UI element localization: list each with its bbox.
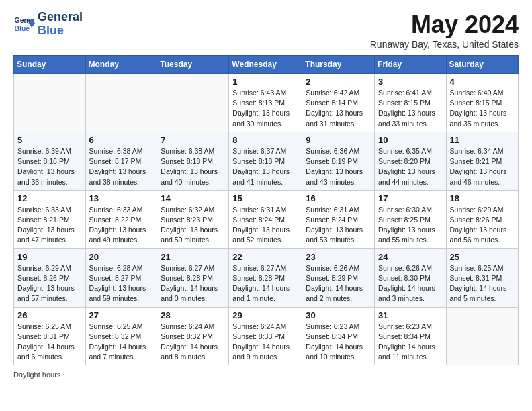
day-info: Sunrise: 6:36 AMSunset: 8:19 PMDaylight:… bbox=[306, 146, 371, 187]
day-info: Sunrise: 6:23 AMSunset: 8:34 PMDaylight:… bbox=[378, 322, 443, 363]
day-number: 31 bbox=[378, 310, 443, 320]
calendar-cell bbox=[157, 74, 229, 132]
day-number: 14 bbox=[161, 193, 225, 203]
day-number: 28 bbox=[161, 310, 225, 320]
weekday-monday: Monday bbox=[85, 56, 157, 74]
weekday-saturday: Saturday bbox=[446, 56, 518, 74]
day-info: Sunrise: 6:23 AMSunset: 8:34 PMDaylight:… bbox=[306, 322, 371, 363]
day-number: 10 bbox=[378, 135, 443, 145]
day-number: 24 bbox=[378, 252, 443, 262]
calendar-cell: 15Sunrise: 6:31 AMSunset: 8:24 PMDayligh… bbox=[229, 190, 302, 248]
day-number: 4 bbox=[450, 77, 515, 87]
day-info: Sunrise: 6:33 AMSunset: 8:22 PMDaylight:… bbox=[89, 205, 154, 246]
calendar-cell: 9Sunrise: 6:36 AMSunset: 8:19 PMDaylight… bbox=[302, 132, 375, 190]
day-number: 15 bbox=[232, 193, 298, 203]
calendar-cell: 10Sunrise: 6:35 AMSunset: 8:20 PMDayligh… bbox=[375, 132, 447, 190]
daylight-label: Daylight hours bbox=[13, 371, 60, 379]
calendar-cell: 28Sunrise: 6:24 AMSunset: 8:32 PMDayligh… bbox=[157, 307, 229, 365]
day-number: 8 bbox=[232, 135, 298, 145]
calendar-cell: 6Sunrise: 6:38 AMSunset: 8:17 PMDaylight… bbox=[85, 132, 157, 190]
day-number: 1 bbox=[232, 77, 298, 87]
day-info: Sunrise: 6:43 AMSunset: 8:13 PMDaylight:… bbox=[232, 88, 298, 129]
calendar-cell: 29Sunrise: 6:24 AMSunset: 8:33 PMDayligh… bbox=[229, 307, 302, 365]
calendar-table: SundayMondayTuesdayWednesdayThursdayFrid… bbox=[13, 55, 519, 365]
calendar-week-2: 5Sunrise: 6:39 AMSunset: 8:16 PMDaylight… bbox=[14, 132, 519, 190]
logo-text: General Blue bbox=[38, 11, 83, 38]
logo-icon: General Blue bbox=[13, 13, 35, 35]
day-number: 6 bbox=[89, 135, 154, 145]
month-title: May 2024 bbox=[370, 11, 519, 39]
calendar-cell: 21Sunrise: 6:27 AMSunset: 8:28 PMDayligh… bbox=[157, 248, 229, 307]
day-info: Sunrise: 6:25 AMSunset: 8:31 PMDaylight:… bbox=[450, 263, 515, 304]
calendar-week-1: 1Sunrise: 6:43 AMSunset: 8:13 PMDaylight… bbox=[14, 74, 519, 132]
day-info: Sunrise: 6:34 AMSunset: 8:21 PMDaylight:… bbox=[450, 146, 515, 187]
day-info: Sunrise: 6:26 AMSunset: 8:29 PMDaylight:… bbox=[306, 263, 371, 304]
calendar-cell: 12Sunrise: 6:33 AMSunset: 8:21 PMDayligh… bbox=[14, 190, 86, 248]
calendar-cell: 27Sunrise: 6:25 AMSunset: 8:32 PMDayligh… bbox=[85, 307, 157, 365]
calendar-cell: 24Sunrise: 6:26 AMSunset: 8:30 PMDayligh… bbox=[375, 248, 447, 307]
weekday-header-row: SundayMondayTuesdayWednesdayThursdayFrid… bbox=[14, 56, 519, 74]
day-info: Sunrise: 6:31 AMSunset: 8:24 PMDaylight:… bbox=[306, 205, 371, 246]
day-number: 13 bbox=[89, 193, 154, 203]
day-number: 27 bbox=[89, 310, 154, 320]
calendar-cell: 22Sunrise: 6:27 AMSunset: 8:28 PMDayligh… bbox=[229, 248, 302, 307]
day-info: Sunrise: 6:25 AMSunset: 8:32 PMDaylight:… bbox=[89, 322, 154, 363]
calendar-cell: 4Sunrise: 6:40 AMSunset: 8:15 PMDaylight… bbox=[446, 74, 518, 132]
day-number: 21 bbox=[161, 252, 225, 262]
calendar-cell: 25Sunrise: 6:25 AMSunset: 8:31 PMDayligh… bbox=[446, 248, 518, 307]
calendar-cell bbox=[446, 307, 518, 365]
day-number: 20 bbox=[89, 252, 154, 262]
weekday-wednesday: Wednesday bbox=[229, 56, 302, 74]
weekday-tuesday: Tuesday bbox=[157, 56, 229, 74]
calendar-cell: 14Sunrise: 6:32 AMSunset: 8:23 PMDayligh… bbox=[157, 190, 229, 248]
day-number: 19 bbox=[17, 252, 82, 262]
day-info: Sunrise: 6:27 AMSunset: 8:28 PMDaylight:… bbox=[161, 263, 225, 304]
calendar-week-5: 26Sunrise: 6:25 AMSunset: 8:31 PMDayligh… bbox=[14, 307, 519, 365]
day-info: Sunrise: 6:28 AMSunset: 8:27 PMDaylight:… bbox=[89, 263, 154, 304]
calendar-cell: 30Sunrise: 6:23 AMSunset: 8:34 PMDayligh… bbox=[302, 307, 375, 365]
day-number: 16 bbox=[306, 193, 371, 203]
footer: Daylight hours bbox=[13, 371, 519, 379]
day-number: 29 bbox=[232, 310, 298, 320]
calendar-cell: 17Sunrise: 6:30 AMSunset: 8:25 PMDayligh… bbox=[375, 190, 447, 248]
title-block: May 2024 Runaway Bay, Texas, United Stat… bbox=[370, 11, 519, 50]
day-info: Sunrise: 6:24 AMSunset: 8:33 PMDaylight:… bbox=[232, 322, 298, 363]
calendar-cell: 16Sunrise: 6:31 AMSunset: 8:24 PMDayligh… bbox=[302, 190, 375, 248]
calendar-week-3: 12Sunrise: 6:33 AMSunset: 8:21 PMDayligh… bbox=[14, 190, 519, 248]
calendar-cell bbox=[85, 74, 157, 132]
day-info: Sunrise: 6:39 AMSunset: 8:16 PMDaylight:… bbox=[17, 146, 82, 187]
day-number: 9 bbox=[306, 135, 371, 145]
day-info: Sunrise: 6:29 AMSunset: 8:26 PMDaylight:… bbox=[17, 263, 82, 304]
day-info: Sunrise: 6:32 AMSunset: 8:23 PMDaylight:… bbox=[161, 205, 225, 246]
day-number: 30 bbox=[306, 310, 371, 320]
calendar-cell: 19Sunrise: 6:29 AMSunset: 8:26 PMDayligh… bbox=[14, 248, 86, 307]
day-info: Sunrise: 6:33 AMSunset: 8:21 PMDaylight:… bbox=[17, 205, 82, 246]
calendar-cell: 20Sunrise: 6:28 AMSunset: 8:27 PMDayligh… bbox=[85, 248, 157, 307]
calendar-cell: 18Sunrise: 6:29 AMSunset: 8:26 PMDayligh… bbox=[446, 190, 518, 248]
logo-line2: Blue bbox=[38, 24, 83, 38]
calendar-cell: 13Sunrise: 6:33 AMSunset: 8:22 PMDayligh… bbox=[85, 190, 157, 248]
day-info: Sunrise: 6:42 AMSunset: 8:14 PMDaylight:… bbox=[306, 88, 371, 129]
calendar-cell: 7Sunrise: 6:38 AMSunset: 8:18 PMDaylight… bbox=[157, 132, 229, 190]
day-number: 26 bbox=[17, 310, 82, 320]
weekday-sunday: Sunday bbox=[14, 56, 86, 74]
day-number: 23 bbox=[306, 252, 371, 262]
day-number: 25 bbox=[450, 252, 515, 262]
day-info: Sunrise: 6:38 AMSunset: 8:17 PMDaylight:… bbox=[89, 146, 154, 187]
calendar-cell: 2Sunrise: 6:42 AMSunset: 8:14 PMDaylight… bbox=[302, 74, 375, 132]
svg-text:Blue: Blue bbox=[15, 24, 30, 32]
day-number: 17 bbox=[378, 193, 443, 203]
weekday-friday: Friday bbox=[375, 56, 447, 74]
day-info: Sunrise: 6:26 AMSunset: 8:30 PMDaylight:… bbox=[378, 263, 443, 304]
calendar-cell: 11Sunrise: 6:34 AMSunset: 8:21 PMDayligh… bbox=[446, 132, 518, 190]
location: Runaway Bay, Texas, United States bbox=[370, 39, 519, 50]
day-info: Sunrise: 6:41 AMSunset: 8:15 PMDaylight:… bbox=[378, 88, 443, 129]
day-info: Sunrise: 6:24 AMSunset: 8:32 PMDaylight:… bbox=[161, 322, 225, 363]
calendar-cell bbox=[14, 74, 86, 132]
day-info: Sunrise: 6:35 AMSunset: 8:20 PMDaylight:… bbox=[378, 146, 443, 187]
day-number: 12 bbox=[17, 193, 82, 203]
day-number: 11 bbox=[450, 135, 515, 145]
day-info: Sunrise: 6:37 AMSunset: 8:18 PMDaylight:… bbox=[232, 146, 298, 187]
day-number: 2 bbox=[306, 77, 371, 87]
weekday-thursday: Thursday bbox=[302, 56, 375, 74]
